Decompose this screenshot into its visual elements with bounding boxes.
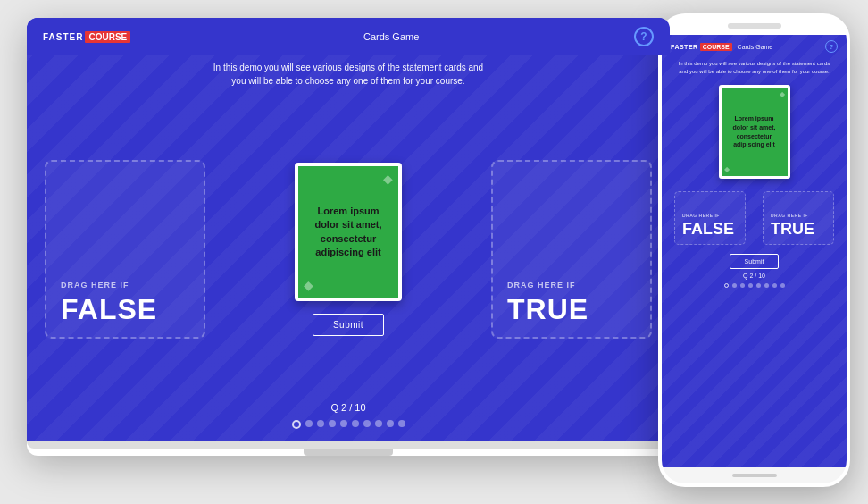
header-title: Cards Game (148, 31, 634, 42)
false-answer: FALSE (61, 293, 157, 326)
mobile-dot-7[interactable] (772, 283, 777, 288)
mobile-true-answer: TRUE (771, 220, 814, 239)
mobile-card-area: Lorem ipsum dolor sit amet, consectetur … (662, 81, 847, 186)
false-drag-label: DRAG HERE IF (61, 281, 129, 290)
true-answer: TRUE (507, 293, 588, 326)
desktop-screen: FASTER COURSE Cards Game ? In this demo … (27, 18, 670, 441)
true-drop-zone[interactable]: DRAG HERE IF TRUE (491, 160, 652, 339)
submit-button[interactable]: Submit (313, 314, 384, 336)
dot-1[interactable] (292, 420, 301, 429)
dot-5[interactable] (340, 420, 347, 427)
mobile-header-title: Cards Game (738, 44, 825, 50)
mobile-question-number: Q 2 / 10 (662, 273, 847, 279)
mobile-header: FASTER COURSE Cards Game ? (662, 35, 847, 58)
desktop-game-area: DRAG HERE IF FALSE Lorem ipsum dolor sit… (27, 97, 670, 402)
dot-7[interactable] (363, 420, 371, 427)
mobile-subtitle: In this demo you will see various design… (662, 58, 847, 81)
desktop-header: FASTER COURSE Cards Game ? (27, 18, 670, 55)
mobile-flash-card[interactable]: Lorem ipsum dolor sit amet, consectetur … (719, 85, 790, 179)
mobile-notch-bar (728, 23, 781, 29)
desktop-bar (27, 441, 670, 449)
mobile-logo-faster: FASTER (671, 44, 698, 50)
mobile-true-drop-zone[interactable]: DRAG HERE IF TRUE (763, 191, 834, 245)
mobile-home-indicator (732, 474, 777, 477)
desktop-mockup: FASTER COURSE Cards Game ? In this demo … (27, 18, 670, 456)
card-text: Lorem ipsum dolor sit amet, consectetur … (307, 205, 389, 260)
mobile-false-answer: FALSE (682, 220, 734, 239)
mobile-dot-4[interactable] (748, 283, 753, 288)
mobile-dot-1[interactable] (724, 283, 729, 288)
mobile-mockup: FASTER COURSE Cards Game ? In this demo … (658, 13, 850, 487)
mobile-screen: FASTER COURSE Cards Game ? In this demo … (662, 35, 847, 467)
mobile-false-drag-label: DRAG HERE IF (682, 213, 720, 218)
mobile-card-text: Lorem ipsum dolor sit amet, consectetur … (729, 114, 780, 149)
mobile-false-drop-zone[interactable]: DRAG HERE IF FALSE (674, 191, 746, 245)
mobile-true-drag-label: DRAG HERE IF (771, 213, 808, 218)
mobile-notch (662, 17, 847, 35)
logo-faster: FASTER (43, 32, 83, 42)
mobile-help-button[interactable]: ? (825, 40, 838, 53)
dot-4[interactable] (329, 420, 336, 427)
mobile-dot-8[interactable] (780, 283, 785, 288)
desktop-footer: Q 2 / 10 (27, 402, 670, 441)
flash-card[interactable]: Lorem ipsum dolor sit amet, consectetur … (295, 163, 402, 301)
mobile-footer: Q 2 / 10 (662, 273, 847, 297)
true-drag-label: DRAG HERE IF (507, 281, 576, 290)
mobile-drop-row: DRAG HERE IF FALSE DRAG HERE IF TRUE (662, 186, 847, 250)
dot-8[interactable] (375, 420, 382, 427)
desktop-stand (304, 449, 393, 456)
mobile-dot-6[interactable] (764, 283, 769, 288)
mobile-progress-dots (662, 283, 847, 288)
mobile-logo-course: COURSE (700, 43, 732, 51)
dot-2[interactable] (305, 420, 313, 427)
desktop-subtitle: In this demo you will see various design… (27, 55, 670, 97)
mobile-dot-2[interactable] (732, 283, 737, 288)
question-number: Q 2 / 10 (27, 402, 670, 413)
subtitle-line1: In this demo you will see various design… (213, 63, 483, 72)
mobile-home-bar (662, 467, 847, 483)
subtitle-line2: you will be able to choose any one of th… (231, 76, 464, 86)
dot-3[interactable] (317, 420, 324, 427)
dot-10[interactable] (398, 420, 405, 427)
mobile-subtitle-text: In this demo you will see various design… (679, 61, 830, 74)
progress-dots (27, 420, 670, 429)
help-button[interactable]: ? (634, 27, 654, 46)
false-drop-zone[interactable]: DRAG HERE IF FALSE (45, 160, 205, 339)
mobile-dot-5[interactable] (756, 283, 761, 288)
mobile-dot-3[interactable] (740, 283, 745, 288)
dot-6[interactable] (352, 420, 359, 427)
dot-9[interactable] (387, 420, 394, 427)
logo-course: COURSE (85, 31, 130, 43)
card-container: Lorem ipsum dolor sit amet, consectetur … (295, 163, 402, 336)
mobile-submit-button[interactable]: Submit (730, 254, 780, 269)
